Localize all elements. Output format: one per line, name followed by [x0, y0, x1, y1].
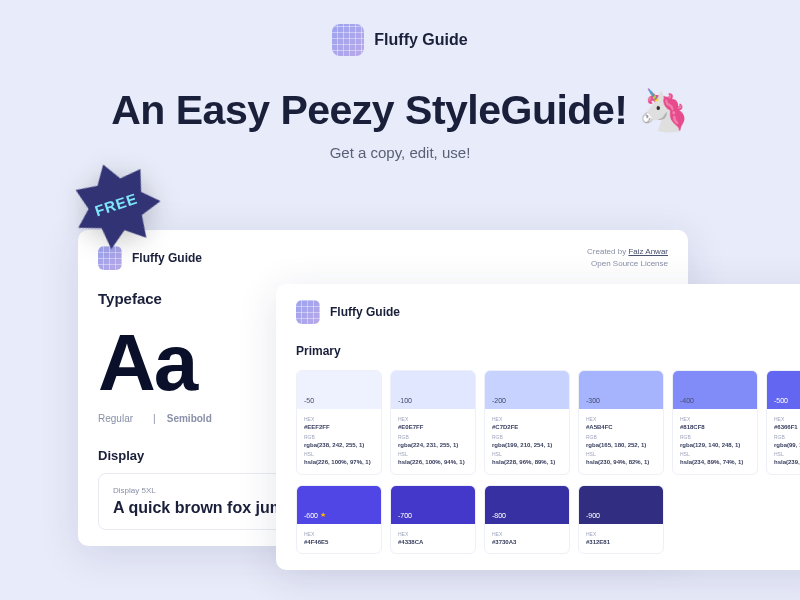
card-brand: Fluffy Guide: [296, 300, 400, 324]
color-swatch[interactable]: -300 HEX#A5B4FCRGBrgba(165, 180, 252, 1)…: [578, 370, 664, 475]
author-link[interactable]: Faiz Anwar: [628, 247, 668, 256]
swatch-chip: -800: [485, 486, 569, 524]
color-swatch[interactable]: -500 HEX#6366F1RGBrgba(99, 102, 241, 1) …: [766, 370, 800, 475]
swatch-chip: -400: [673, 371, 757, 409]
swatch-meta: HEX#EEF2FFRGBrgba(238, 242, 255, 1) HSLh…: [297, 409, 381, 474]
swatch-meta: HEX#818CF8RGBrgba(129, 140, 248, 1) HSLh…: [673, 409, 757, 474]
brand-name: Fluffy Guide: [132, 251, 202, 265]
brand-name: Fluffy Guide: [330, 305, 400, 319]
swatch-chip: -50: [297, 371, 381, 409]
swatch-meta: HEX#E0E7FFRGBrgba(224, 231, 255, 1) HSLh…: [391, 409, 475, 474]
brand-logo-icon: [296, 300, 320, 324]
color-swatch[interactable]: -600★ HEX#4F46E5: [296, 485, 382, 555]
headline: An Easy Peezy StyleGuide! 🦄: [0, 86, 800, 134]
swatch-chip: -700: [391, 486, 475, 524]
swatch-meta: HEX#4338CA: [391, 524, 475, 554]
swatch-chip: -100: [391, 371, 475, 409]
brand-logo-icon: [332, 24, 364, 56]
swatch-meta: HEX#4F46E5: [297, 524, 381, 554]
swatch-chip: -600★: [297, 486, 381, 524]
color-swatch[interactable]: -700 HEX#4338CA: [390, 485, 476, 555]
license-text: Open Source License: [587, 258, 668, 270]
swatch-meta: HEX#3730A3: [485, 524, 569, 554]
swatch-chip: -900: [579, 486, 663, 524]
color-swatch[interactable]: -50 HEX#EEF2FFRGBrgba(238, 242, 255, 1) …: [296, 370, 382, 475]
swatch-meta: HEX#C7D2FERGBrgba(199, 210, 254, 1) HSLh…: [485, 409, 569, 474]
swatch-chip: -300: [579, 371, 663, 409]
brand: Fluffy Guide: [332, 24, 467, 56]
color-swatch[interactable]: -200 HEX#C7D2FERGBrgba(199, 210, 254, 1)…: [484, 370, 570, 475]
swatch-chip: -200: [485, 371, 569, 409]
card-meta: Created by Faiz Anwar Open Source Licens…: [587, 246, 668, 270]
color-swatch[interactable]: -100 HEX#E0E7FFRGBrgba(224, 231, 255, 1)…: [390, 370, 476, 475]
color-card: Fluffy Guide CrOp Primary -50 HEX#EEF2FF…: [276, 284, 800, 570]
swatch-meta: HEX#6366F1RGBrgba(99, 102, 241, 1) HSLhs…: [767, 409, 800, 474]
color-swatch[interactable]: -900 HEX#312E81: [578, 485, 664, 555]
swatch-meta: HEX#A5B4FCRGBrgba(165, 180, 252, 1) HSLh…: [579, 409, 663, 474]
primary-title: Primary: [296, 344, 800, 358]
color-swatch[interactable]: -400 HEX#818CF8RGBrgba(129, 140, 248, 1)…: [672, 370, 758, 475]
swatch-chip: -500: [767, 371, 800, 409]
swatch-meta: HEX#312E81: [579, 524, 663, 554]
brand-name: Fluffy Guide: [374, 31, 467, 49]
color-swatch[interactable]: -800 HEX#3730A3: [484, 485, 570, 555]
